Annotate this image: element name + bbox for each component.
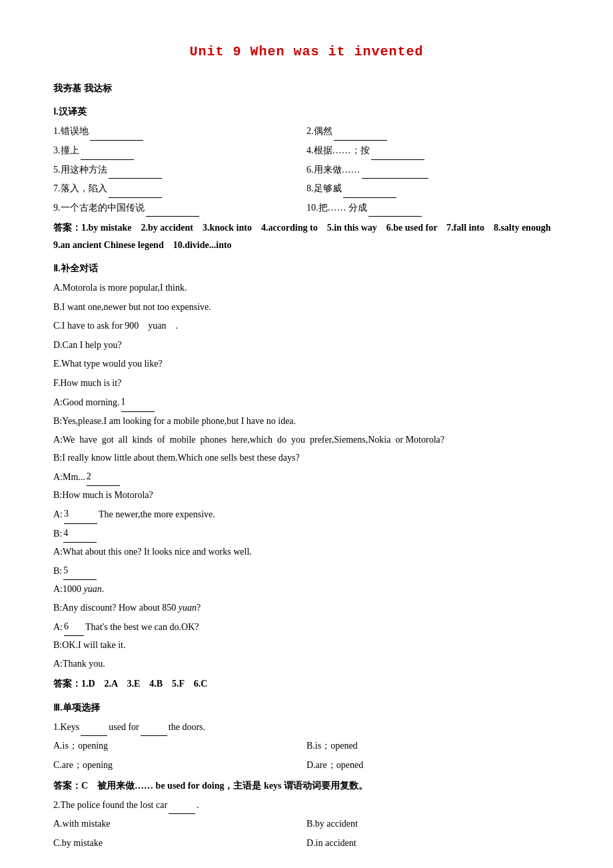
dialog-line-6: B:How much is Motorola?	[53, 487, 560, 505]
trans-item-2: 3.撞上 4.根据……；按	[53, 142, 560, 160]
trans-item-1: 1.错误地 2.偶然	[53, 123, 560, 141]
q2-options-2: C.by mistake D.in accident	[53, 835, 560, 853]
option-E: E.What type would you like?	[53, 355, 560, 373]
section3-sub: Ⅲ.单项选择	[53, 699, 560, 716]
dialog-line-1: A:Good morning.1	[53, 393, 560, 412]
section-main-header: 我夯基 我达标	[53, 80, 560, 97]
dialog-line-9: A:What about this one? It looks nice and…	[53, 543, 560, 561]
dialog-line-2: B:Yes,please.I am looking for a mobile p…	[53, 413, 560, 431]
answer-section2: 答案：1.D 2.A 3.E 4.B 5.F 6.C	[53, 675, 560, 692]
q2-options: A.with mistake B.by accident	[53, 815, 560, 833]
dialog-line-15: A:Thank you.	[53, 655, 560, 673]
trans-item-4: 7.落入，陷入 8.足够威	[53, 180, 560, 198]
option-F: F.How much is it?	[53, 375, 560, 393]
section1-sub: Ⅰ.汉译英	[53, 103, 560, 120]
section2-sub: Ⅱ.补全对话	[53, 260, 560, 277]
option-C: C.I have to ask for 900 yuan .	[53, 317, 560, 335]
q1-text: 1.Keysused forthe doors.	[53, 719, 560, 737]
answer-q1: 答案：C 被用来做…… be used for doing，主语是 keys 谓…	[53, 777, 560, 794]
option-D: D.Can I help you?	[53, 337, 560, 355]
q1-options: A.is；opening B.is；opened	[53, 737, 560, 755]
dialog-line-10: B:5	[53, 562, 560, 581]
dialog-line-11: A:1000 yuan.	[53, 581, 560, 599]
page-title: Unit 9 When was it invented	[53, 40, 560, 64]
dialog-line-3: A:We have got all kinds of mobile phones…	[53, 431, 560, 449]
option-B: B.I want one,newer but not too expensive…	[53, 299, 560, 317]
dialog-line-4: B:I really know little about them.Which …	[53, 449, 560, 467]
trans-item-5: 9.一个古老的中国传说 10.把…… 分成	[53, 199, 560, 217]
dialog-line-7: A:3The newer,the more expensive.	[53, 505, 560, 524]
option-A: A.Motorola is more popular,I think.	[53, 279, 560, 297]
q2-text: 2.The police found the lost car.	[53, 797, 560, 815]
trans-item-3: 5.用这种方法 6.用来做……	[53, 161, 560, 179]
dialog-line-14: B:OK.I will take it.	[53, 637, 560, 655]
dialog-line-5: A:Mm...2	[53, 468, 560, 487]
q1-options-2: C.are；opening D.are；opened	[53, 757, 560, 775]
answer-section1: 答案：1.by mistake 2.by accident 3.knock in…	[53, 219, 560, 253]
dialog-line-12: B:Any discount? How about 850 yuan?	[53, 599, 560, 617]
dialog-line-13: A:6That's the best we can do.OK?	[53, 618, 560, 637]
dialog-line-8: B:4	[53, 525, 560, 543]
